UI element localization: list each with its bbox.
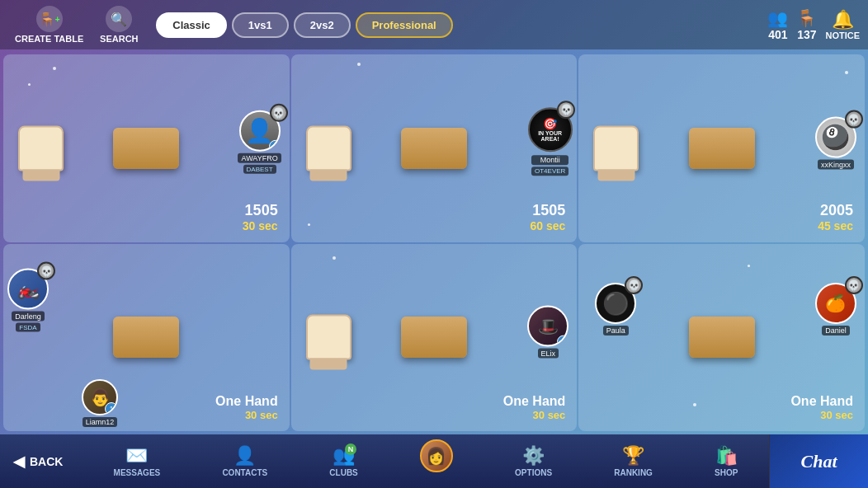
search-button[interactable]: 🔍 SEARCH [90,2,148,47]
table-cell-5[interactable]: 💎 🎩 2 ELix One Hand 30 sec [291,244,578,432]
skull-badge: 💀 [270,104,288,122]
ranking-icon: 🏆 [622,445,644,467]
skull-badge: 💀 [557,101,575,119]
create-table-icon: 🪑+ [36,6,63,32]
nav-messages[interactable]: ✉️ MESSAGES [114,445,161,477]
player-name-2: Liamn12 [83,417,118,427]
table-cell-1[interactable]: 💀 👤 2 AWAYFRO DABEST 1505 30 sec [3,54,290,242]
chat-button[interactable]: Chat [769,434,868,488]
clubs-badge: N [345,443,356,455]
table-cell-2[interactable]: 💀 🎯 IN YOUR AREA! Montii OT4EVER 1505 60… [291,54,578,242]
nav-clubs[interactable]: 👥 N CLUBS [329,445,357,477]
table-cell-6[interactable]: 💀 ⚫ Paula 💀 🍊 Daniel One Hand 30 sec [578,244,865,432]
player-name-1: Darleng [12,311,45,321]
cell-score: 2005 45 sec [818,202,853,232]
bottom-nav: ◀ BACK ✉️ MESSAGES 👤 CONTACTS 👥 N CLUBS … [0,434,868,488]
create-table-button[interactable]: 🪑+ CREATE TABLE [8,2,90,47]
cell-score: 1505 30 sec [243,202,278,232]
player-sub: OT4EVER [531,167,568,176]
nav-shop[interactable]: 🛍️ SHOP [715,445,738,477]
tables-stat: 🪑 137 [796,8,817,41]
player-name-elix: ELix [538,349,559,359]
skull-badge-2: 💀 [845,276,863,294]
player-name: Montii [531,155,568,165]
messages-icon: ✉️ [125,445,148,467]
nav-ranking[interactable]: 🏆 RANKING [614,445,653,477]
profile-avatar: 👩 [420,439,453,472]
cell-label: One Hand 30 sec [215,394,278,421]
back-button[interactable]: ◀ BACK [0,453,83,471]
player-avatar-elix: 🎩 2 [527,306,568,347]
options-icon: ⚙️ [522,445,545,467]
player-name: AWAYFRO [238,153,281,163]
cell-label: One Hand 30 sec [503,394,566,421]
players-stat: 👥 401 [767,8,788,41]
tab-classic[interactable]: Classic [156,12,227,38]
player-avatar-2: 👨 1 [82,379,118,415]
nav-items: ✉️ MESSAGES 👤 CONTACTS 👥 N CLUBS 👩 ‎ ⚙️ … [83,439,769,483]
notice-button[interactable]: 🔔 NOTICE [825,9,860,40]
player-name-paula: Paula [603,326,629,336]
clubs-icon-wrap: 👥 N [333,445,355,467]
table-cell-3[interactable]: 💀 🎱 xxKingxx 2005 45 sec [578,54,865,242]
tab-group: Classic 1vs1 2vs2 Professional [156,12,452,38]
player-name: xxKingxx [818,159,854,169]
skull-badge: 💀 [845,110,863,128]
tab-professional[interactable]: Professional [356,12,453,38]
table-cell-4[interactable]: 💀 🏍️ Darleng FSDA 💎 👨 1 Liamn12 One Hand… [3,244,290,432]
skull-badge: 💀 [625,276,643,294]
tab-1vs1[interactable]: 1vs1 [232,12,289,38]
skull-badge: 💀 [37,261,55,279]
cell-score: 1505 60 sec [531,202,566,232]
tab-2vs2[interactable]: 2vs2 [294,12,351,38]
top-bar: 🪑+ CREATE TABLE 🔍 SEARCH Classic 1vs1 2v… [0,0,868,49]
contacts-icon: 👤 [234,445,256,467]
cell-label: One Hand 30 sec [790,394,853,421]
search-icon: 🔍 [106,6,132,32]
player-sub: DABEST [243,165,276,174]
shop-icon: 🛍️ [715,445,738,467]
nav-options[interactable]: ⚙️ OPTIONS [515,445,552,477]
player-name-daniel: Daniel [822,326,850,336]
top-right-stats: 👥 401 🪑 137 🔔 NOTICE [767,8,860,41]
tables-grid: 💀 👤 2 AWAYFRO DABEST 1505 30 sec [0,51,868,434]
nav-profile[interactable]: 👩 ‎ [420,439,453,483]
nav-contacts[interactable]: 👤 CONTACTS [222,445,267,477]
